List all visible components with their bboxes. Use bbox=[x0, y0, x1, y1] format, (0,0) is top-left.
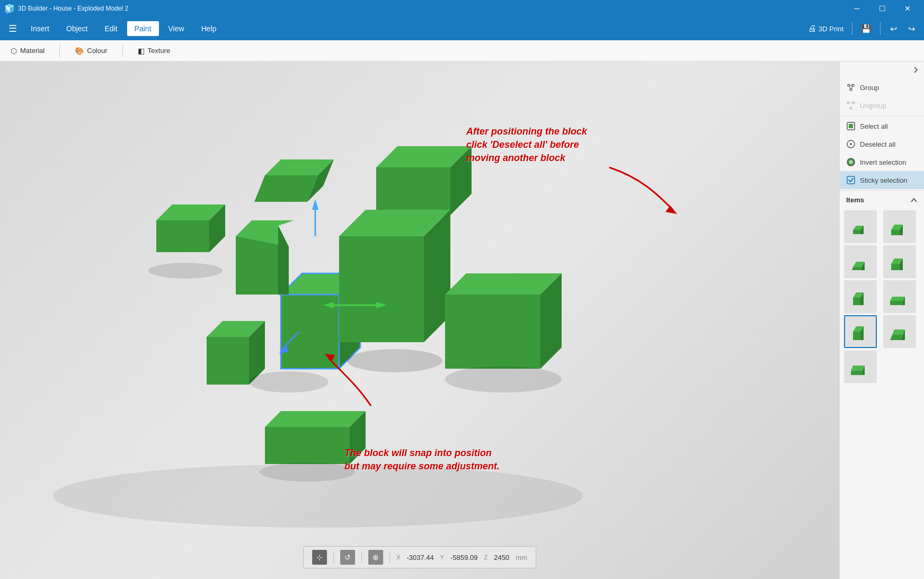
annotation-bottom: The block will snap into positionbut may… bbox=[344, 447, 500, 473]
item-thumb-2[interactable] bbox=[883, 210, 916, 243]
items-section-header: Items bbox=[840, 192, 924, 208]
reset-view-button[interactable]: ↺ bbox=[340, 550, 355, 565]
main-area: After positioning the blockclick 'Desele… bbox=[0, 61, 924, 579]
svg-marker-25 bbox=[265, 427, 350, 464]
ungroup-button[interactable]: Ungroup bbox=[840, 96, 924, 114]
invert-selection-icon bbox=[846, 157, 856, 167]
svg-marker-34 bbox=[312, 199, 318, 210]
select-all-icon bbox=[846, 121, 856, 131]
window-title: 3D Builder - House - Exploded Model 2 bbox=[18, 5, 128, 12]
z-value: 2450 bbox=[494, 554, 509, 562]
svg-point-51 bbox=[850, 107, 852, 109]
status-sep-3 bbox=[389, 552, 390, 563]
sticky-selection-icon bbox=[846, 175, 856, 185]
select-all-button[interactable]: Select all bbox=[840, 117, 924, 135]
panel-divider-2 bbox=[840, 190, 924, 191]
svg-marker-1 bbox=[156, 220, 209, 252]
hamburger-menu[interactable]: ☰ bbox=[4, 20, 21, 37]
maximize-button[interactable]: ☐ bbox=[870, 0, 894, 17]
toolbar-divider-2 bbox=[122, 44, 123, 57]
menu-help[interactable]: Help bbox=[194, 21, 224, 36]
item-thumb-9[interactable] bbox=[844, 350, 877, 383]
close-button[interactable]: ✕ bbox=[895, 0, 920, 17]
invert-selection-button[interactable]: Invert selection bbox=[840, 153, 924, 171]
y-value: -5859.09 bbox=[450, 554, 477, 562]
undo-redo-group: ↩ ↪ bbox=[885, 20, 920, 37]
selection-mode-button[interactable]: ⊹ bbox=[312, 550, 327, 565]
menu-object[interactable]: Object bbox=[59, 21, 95, 36]
texture-icon: ◧ bbox=[138, 47, 145, 55]
toolbar-divider-1 bbox=[59, 44, 60, 57]
toolbar: ⬡ Material 🎨 Colour ◧ Texture bbox=[0, 40, 924, 61]
menu-edit[interactable]: Edit bbox=[97, 21, 125, 36]
move-button[interactable]: ⊕ bbox=[368, 550, 383, 565]
item-thumb-8[interactable] bbox=[883, 315, 916, 348]
svg-marker-64 bbox=[891, 230, 900, 235]
menu-insert[interactable]: Insert bbox=[23, 21, 57, 36]
collapse-items-icon[interactable] bbox=[910, 197, 918, 204]
texture-tool[interactable]: ◧ Texture bbox=[134, 44, 175, 57]
svg-point-50 bbox=[852, 102, 855, 104]
chevron-right-icon bbox=[911, 66, 920, 74]
svg-marker-83 bbox=[892, 329, 905, 335]
deselect-all-button[interactable]: Deselect all bbox=[840, 135, 924, 153]
svg-marker-86 bbox=[851, 366, 865, 371]
deselect-all-icon bbox=[846, 139, 856, 149]
svg-marker-13 bbox=[339, 236, 424, 342]
svg-point-32 bbox=[260, 462, 355, 482]
sticky-selection-button[interactable]: Sticky selection bbox=[840, 171, 924, 189]
svg-point-28 bbox=[148, 263, 223, 279]
undo-button[interactable]: ↩ bbox=[885, 20, 902, 37]
item-thumb-6[interactable] bbox=[883, 280, 916, 313]
status-sep-2 bbox=[361, 552, 362, 563]
menu-view[interactable]: View bbox=[161, 21, 192, 36]
panel-collapse-button[interactable] bbox=[840, 61, 924, 78]
svg-point-56 bbox=[850, 143, 852, 145]
3d-viewport[interactable]: After positioning the blockclick 'Desele… bbox=[0, 61, 839, 579]
item-thumb-5[interactable] bbox=[844, 280, 877, 313]
item-thumb-7[interactable] bbox=[844, 315, 877, 348]
annotation-top: After positioning the blockclick 'Desele… bbox=[466, 125, 587, 165]
app-icon: 🧊 bbox=[4, 4, 15, 14]
menu-paint[interactable]: Paint bbox=[127, 21, 159, 36]
colour-tool[interactable]: 🎨 Colour bbox=[70, 44, 111, 57]
status-bar: ⊹ ↺ ⊕ X -3037.44 Y -5859.09 Z 2450 mm bbox=[303, 546, 536, 568]
svg-point-30 bbox=[347, 349, 442, 372]
item-thumb-3[interactable] bbox=[844, 245, 877, 278]
save-button[interactable]: 💾 bbox=[857, 22, 876, 36]
redo-button[interactable]: ↪ bbox=[903, 20, 920, 37]
svg-marker-82 bbox=[890, 335, 903, 340]
svg-rect-54 bbox=[849, 124, 853, 128]
z-coord-group: Z bbox=[484, 554, 488, 560]
group-icon bbox=[846, 83, 856, 92]
unit-label: mm bbox=[516, 554, 527, 562]
svg-marker-67 bbox=[852, 267, 861, 270]
material-tool[interactable]: ⬡ Material bbox=[6, 44, 49, 57]
items-grid bbox=[840, 208, 924, 385]
svg-point-49 bbox=[847, 102, 849, 104]
svg-marker-19 bbox=[207, 337, 249, 385]
svg-point-59 bbox=[850, 162, 852, 163]
svg-marker-7 bbox=[376, 167, 450, 215]
svg-point-31 bbox=[445, 366, 562, 393]
svg-point-43 bbox=[848, 84, 850, 86]
group-button[interactable]: Group bbox=[840, 78, 924, 96]
svg-marker-77 bbox=[890, 297, 905, 301]
svg-marker-70 bbox=[891, 264, 900, 270]
item-thumb-1[interactable] bbox=[844, 210, 877, 243]
svg-marker-26 bbox=[265, 411, 366, 427]
svg-marker-18 bbox=[278, 226, 289, 295]
minimize-button[interactable]: ─ bbox=[845, 0, 869, 17]
3d-scene bbox=[0, 61, 839, 579]
svg-marker-76 bbox=[890, 301, 903, 305]
x-value: -3037.44 bbox=[407, 554, 434, 562]
panel-divider-1 bbox=[840, 115, 924, 116]
svg-marker-73 bbox=[853, 298, 860, 305]
item-thumb-4[interactable] bbox=[883, 245, 916, 278]
svg-marker-22 bbox=[445, 295, 540, 369]
3d-print-button[interactable]: 🖨 3D Print bbox=[804, 22, 848, 35]
window-controls: ─ ☐ ✕ bbox=[845, 0, 920, 17]
3d-print-icon: 🖨 bbox=[808, 24, 816, 33]
x-coord-group: X bbox=[396, 554, 400, 560]
ungroup-icon bbox=[846, 101, 856, 110]
